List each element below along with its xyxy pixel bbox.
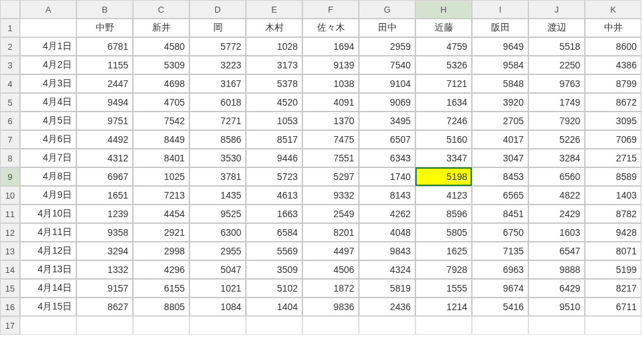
cell-J13[interactable]: 6547 xyxy=(528,242,585,260)
cell-F16[interactable]: 9836 xyxy=(302,298,359,316)
cell-I8[interactable]: 3047 xyxy=(472,149,528,167)
cell-K11[interactable]: 8782 xyxy=(585,205,641,223)
cell-A9[interactable]: 4月8日 xyxy=(20,167,76,186)
cell-C9[interactable]: 1025 xyxy=(133,167,189,186)
cell-C4[interactable]: 4698 xyxy=(133,74,189,93)
cell-F11[interactable]: 2549 xyxy=(302,205,359,223)
cell-K14[interactable]: 5199 xyxy=(585,260,641,279)
cell-B15[interactable]: 9157 xyxy=(76,279,133,298)
cell-G7[interactable]: 6507 xyxy=(359,130,415,149)
cell-E13[interactable]: 5569 xyxy=(246,242,302,260)
cell-D13[interactable]: 2955 xyxy=(189,242,246,260)
cell-H5[interactable]: 1634 xyxy=(415,93,472,112)
cell-B8[interactable]: 4312 xyxy=(76,149,133,167)
cell-K15[interactable]: 8217 xyxy=(585,279,641,298)
cell-K4[interactable]: 8799 xyxy=(585,74,641,93)
cell-E7[interactable]: 8517 xyxy=(246,130,302,149)
cell-B6[interactable]: 9751 xyxy=(76,112,133,130)
cell-H13[interactable]: 1625 xyxy=(415,242,472,260)
cell-I3[interactable]: 9584 xyxy=(472,56,528,74)
cell-I9[interactable]: 8453 xyxy=(472,167,528,186)
cell-G15[interactable]: 5819 xyxy=(359,279,415,298)
cell-F4[interactable]: 1038 xyxy=(302,74,359,93)
cell-I11[interactable]: 8451 xyxy=(472,205,528,223)
cell-F6[interactable]: 1370 xyxy=(302,112,359,130)
cell-K16[interactable]: 6711 xyxy=(585,298,641,316)
cell-J7[interactable]: 5226 xyxy=(528,130,585,149)
cell-I16[interactable]: 5416 xyxy=(472,298,528,316)
cell-E8[interactable]: 9446 xyxy=(246,149,302,167)
row-header-9[interactable]: 9 xyxy=(0,167,20,186)
cell-D12[interactable]: 6300 xyxy=(189,223,246,242)
cell-A14[interactable]: 4月13日 xyxy=(20,260,76,279)
cell-I10[interactable]: 6565 xyxy=(472,186,528,205)
cell-A13[interactable]: 4月12日 xyxy=(20,242,76,260)
cell-F2[interactable]: 1694 xyxy=(302,37,359,56)
cell-H6[interactable]: 7246 xyxy=(415,112,472,130)
cell-D14[interactable]: 5047 xyxy=(189,260,246,279)
cell-H2[interactable]: 4759 xyxy=(415,37,472,56)
cell-I1[interactable]: 阪田 xyxy=(472,19,528,37)
cell-B7[interactable]: 4492 xyxy=(76,130,133,149)
row-header-5[interactable]: 5 xyxy=(0,93,20,112)
cell-A5[interactable]: 4月4日 xyxy=(20,93,76,112)
cell-I7[interactable]: 4017 xyxy=(472,130,528,149)
cell-F12[interactable]: 8201 xyxy=(302,223,359,242)
cell-G14[interactable]: 4324 xyxy=(359,260,415,279)
cell-D1[interactable]: 岡 xyxy=(189,19,246,37)
cell-I13[interactable]: 7135 xyxy=(472,242,528,260)
cell-H10[interactable]: 4123 xyxy=(415,186,472,205)
row-header-15[interactable]: 15 xyxy=(0,279,20,298)
cell-I5[interactable]: 3920 xyxy=(472,93,528,112)
cell-B16[interactable]: 8627 xyxy=(76,298,133,316)
row-header-13[interactable]: 13 xyxy=(0,242,20,260)
col-header-K[interactable]: K xyxy=(585,0,641,19)
cell-I12[interactable]: 6750 xyxy=(472,223,528,242)
row-header-8[interactable]: 8 xyxy=(0,149,20,167)
cell-I15[interactable]: 9674 xyxy=(472,279,528,298)
cell-G2[interactable]: 2959 xyxy=(359,37,415,56)
cell-J5[interactable]: 1749 xyxy=(528,93,585,112)
cell-D2[interactable]: 5772 xyxy=(189,37,246,56)
cell-C3[interactable]: 5309 xyxy=(133,56,189,74)
cell-D3[interactable]: 3223 xyxy=(189,56,246,74)
cell-H15[interactable]: 1555 xyxy=(415,279,472,298)
cell-A10[interactable]: 4月9日 xyxy=(20,186,76,205)
cell-G4[interactable]: 9104 xyxy=(359,74,415,93)
cell-C17[interactable] xyxy=(133,316,189,335)
cell-G11[interactable]: 4262 xyxy=(359,205,415,223)
col-header-I[interactable]: I xyxy=(472,0,528,19)
cell-J6[interactable]: 7920 xyxy=(528,112,585,130)
cell-E9[interactable]: 5723 xyxy=(246,167,302,186)
cell-E2[interactable]: 1028 xyxy=(246,37,302,56)
cell-F10[interactable]: 9332 xyxy=(302,186,359,205)
row-header-12[interactable]: 12 xyxy=(0,223,20,242)
cell-C13[interactable]: 2998 xyxy=(133,242,189,260)
cell-I2[interactable]: 9649 xyxy=(472,37,528,56)
cell-G8[interactable]: 6343 xyxy=(359,149,415,167)
col-header-E[interactable]: E xyxy=(246,0,302,19)
row-header-16[interactable]: 16 xyxy=(0,298,20,316)
col-header-G[interactable]: G xyxy=(359,0,415,19)
cell-C11[interactable]: 4454 xyxy=(133,205,189,223)
cell-G13[interactable]: 9843 xyxy=(359,242,415,260)
cell-K8[interactable]: 2715 xyxy=(585,149,641,167)
cell-J11[interactable]: 2429 xyxy=(528,205,585,223)
cell-J12[interactable]: 1603 xyxy=(528,223,585,242)
row-header-2[interactable]: 2 xyxy=(0,37,20,56)
cell-H4[interactable]: 7121 xyxy=(415,74,472,93)
row-header-3[interactable]: 3 xyxy=(0,56,20,74)
cell-A6[interactable]: 4月5日 xyxy=(20,112,76,130)
cell-E15[interactable]: 5102 xyxy=(246,279,302,298)
cell-J3[interactable]: 2250 xyxy=(528,56,585,74)
cell-C16[interactable]: 8805 xyxy=(133,298,189,316)
cell-J4[interactable]: 9763 xyxy=(528,74,585,93)
cell-A11[interactable]: 4月10日 xyxy=(20,205,76,223)
cell-A4[interactable]: 4月3日 xyxy=(20,74,76,93)
cell-D6[interactable]: 7271 xyxy=(189,112,246,130)
cell-E14[interactable]: 3509 xyxy=(246,260,302,279)
cell-H9[interactable]: 5198 xyxy=(415,167,472,186)
cell-D9[interactable]: 3781 xyxy=(189,167,246,186)
cell-B13[interactable]: 3294 xyxy=(76,242,133,260)
cell-F15[interactable]: 1872 xyxy=(302,279,359,298)
